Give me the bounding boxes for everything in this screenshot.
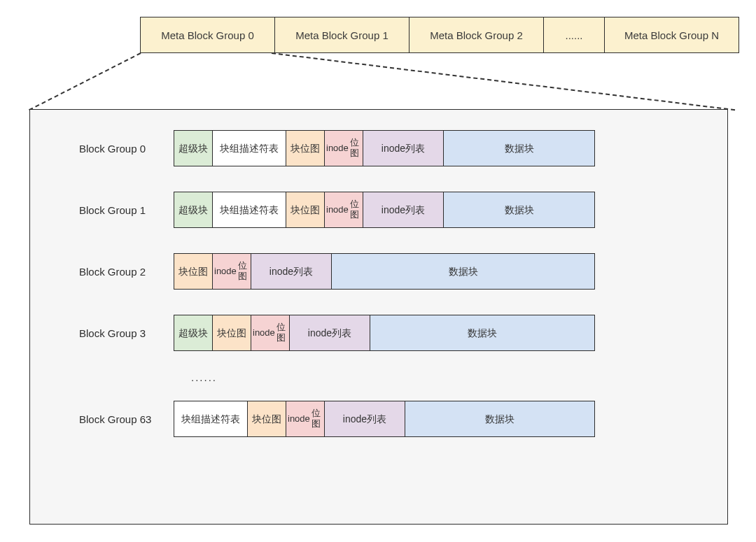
seg-block_bitmap: 块位图 [286,131,325,166]
seg-data: 数据块 [444,131,594,166]
seg-inode_table: inode列表 [363,131,444,166]
block-group-label: Block Group 1 [79,204,174,216]
seg-block_bitmap: 块位图 [286,192,325,227]
block-group-strip: 块组描述符表块位图inode位图inode列表数据块 [174,401,595,437]
seg-superblock: 超级块 [174,315,213,350]
seg-inode_bitmap: inode位图 [213,254,251,289]
block-group-strip: 超级块块组描述符表块位图inode位图inode列表数据块 [174,192,595,228]
seg-inode_table: inode列表 [363,192,444,227]
seg-inode_bitmap: inode位图 [325,131,363,166]
seg-superblock: 超级块 [174,131,213,166]
seg-inode_table: inode列表 [290,315,370,350]
block-group-strip: 超级块块组描述符表块位图inode位图inode列表数据块 [174,130,595,166]
block-group-row: Block Group 63块组描述符表块位图inode位图inode列表数据块 [79,401,699,436]
seg-inode_bitmap: inode位图 [325,192,363,227]
seg-inode_bitmap: inode位图 [286,401,325,436]
seg-block_bitmap: 块位图 [248,401,286,436]
meta-block-group-strip: Meta Block Group 0 Meta Block Group 1 Me… [140,17,739,53]
seg-inode_table: inode列表 [325,401,405,436]
seg-data: 数据块 [370,315,594,350]
block-group-label: Block Group 3 [79,327,174,339]
seg-superblock: 超级块 [174,192,213,227]
seg-data: 数据块 [332,254,594,289]
seg-data: 数据块 [405,401,594,436]
seg-gdt: 块组描述符表 [174,401,248,436]
seg-block_bitmap: 块位图 [174,254,213,289]
block-group-detail-box: Block Group 0超级块块组描述符表块位图inode位图inode列表数… [29,109,728,525]
seg-gdt: 块组描述符表 [213,192,286,227]
seg-inode_table: inode列表 [251,254,332,289]
seg-gdt: 块组描述符表 [213,131,286,166]
block-group-label: Block Group 2 [79,266,174,278]
meta-group-1: Meta Block Group 1 [275,17,410,52]
block-group-row: Block Group 2块位图inode位图inode列表数据块 [79,254,699,289]
seg-data: 数据块 [444,192,594,227]
meta-group-0: Meta Block Group 0 [141,17,275,52]
callout-line-left [29,52,141,110]
seg-inode_bitmap: inode位图 [251,315,290,350]
block-group-label: Block Group 0 [79,143,174,155]
seg-block_bitmap: 块位图 [213,315,251,350]
meta-group-n: Meta Block Group N [605,17,738,52]
meta-group-2: Meta Block Group 2 [410,17,544,52]
block-group-row: Block Group 1超级块块组描述符表块位图inode位图inode列表数… [79,192,699,227]
rows-ellipsis: ...... [191,371,699,383]
meta-group-ellipsis: ...... [544,17,605,52]
block-group-strip: 块位图inode位图inode列表数据块 [174,253,595,290]
block-group-strip: 超级块块位图inode位图inode列表数据块 [174,315,595,351]
block-group-row: Block Group 0超级块块组描述符表块位图inode位图inode列表数… [79,131,699,166]
block-group-label: Block Group 63 [79,413,174,425]
block-group-row: Block Group 3超级块块位图inode位图inode列表数据块 [79,315,699,350]
callout-line-right [272,52,735,110]
